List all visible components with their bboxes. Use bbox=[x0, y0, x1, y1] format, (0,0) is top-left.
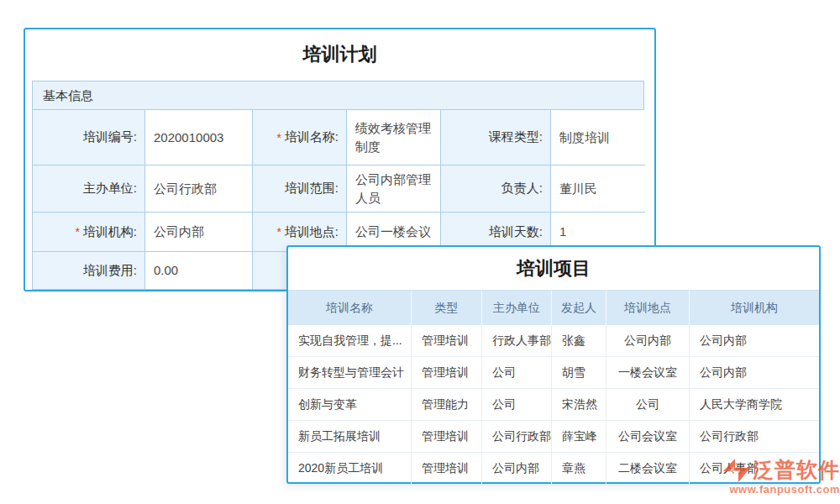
table-row: 实现自我管理，提... 管理培训 行政人事部 张鑫 公司内部 公司内部 bbox=[288, 325, 819, 357]
training-scope-value: 公司内部管理人员 bbox=[347, 165, 441, 213]
col-header-initiator: 发起人 bbox=[552, 291, 606, 325]
person-in-charge-label: 负责人: bbox=[441, 165, 551, 213]
type-cell: 管理培训 bbox=[412, 421, 482, 452]
host-unit-label: 主办单位: bbox=[33, 165, 145, 213]
place-cell: 公司会议室 bbox=[606, 421, 690, 452]
place-cell: 公司内部 bbox=[606, 325, 690, 356]
type-cell: 管理能力 bbox=[412, 389, 482, 420]
col-header-host-unit: 主办单位 bbox=[482, 291, 552, 325]
watermark-brand-row: 泛普软件 bbox=[718, 456, 840, 484]
training-name-link[interactable]: 2020新员工培训 bbox=[288, 453, 412, 484]
training-no-value: 2020010003 bbox=[145, 110, 253, 165]
place-cell: 二楼会议室 bbox=[606, 453, 690, 484]
col-header-place: 培训地点 bbox=[606, 291, 690, 325]
course-type-label: 课程类型: bbox=[441, 110, 551, 165]
table-header-row: 培训名称 类型 主办单位 发起人 培训地点 培训机构 bbox=[288, 290, 819, 325]
col-header-org: 培训机构 bbox=[690, 291, 819, 325]
training-fee-label: 培训费用: bbox=[33, 252, 145, 289]
training-name-label: *培训名称: bbox=[253, 110, 347, 165]
training-projects-panel: 培训项目 培训名称 类型 主办单位 发起人 培训地点 培训机构 实现自我管理，提… bbox=[286, 245, 821, 484]
course-type-value: 制度培训 bbox=[551, 110, 645, 165]
initiator-link[interactable]: 章燕 bbox=[552, 453, 606, 484]
training-org-label: *培训机构: bbox=[33, 213, 145, 252]
table-row: 财务转型与管理会计 管理培训 公司 胡雪 一楼会议室 公司内部 bbox=[288, 357, 819, 389]
watermark: 泛普软件 www.fanpusoft.com bbox=[718, 456, 840, 496]
org-cell: 公司内部 bbox=[690, 325, 819, 356]
host-unit-cell: 公司 bbox=[482, 357, 552, 388]
type-cell: 管理培训 bbox=[412, 325, 482, 356]
basic-info-section-header: 基本信息 bbox=[33, 81, 643, 110]
table-row: 新员工拓展培训 管理培训 公司行政部 薛宝峰 公司会议室 公司行政部 bbox=[288, 421, 819, 453]
col-header-type: 类型 bbox=[412, 291, 482, 325]
type-cell: 管理培训 bbox=[412, 453, 482, 484]
fanpu-logo-icon bbox=[722, 459, 751, 482]
training-name-value: 绩效考核管理制度 bbox=[347, 110, 441, 165]
required-asterisk: * bbox=[75, 225, 79, 239]
type-cell: 管理培训 bbox=[412, 357, 482, 388]
org-cell: 公司行政部 bbox=[690, 421, 819, 452]
training-name-link[interactable]: 新员工拓展培训 bbox=[288, 421, 412, 452]
host-unit-cell: 行政人事部 bbox=[482, 325, 552, 356]
initiator-link[interactable]: 宋浩然 bbox=[552, 389, 606, 420]
required-asterisk: * bbox=[276, 131, 281, 144]
projects-panel-title: 培训项目 bbox=[288, 247, 819, 290]
plan-panel-title: 培训计划 bbox=[25, 29, 654, 81]
watermark-brand-text: 泛普软件 bbox=[753, 456, 840, 484]
place-cell: 一楼会议室 bbox=[606, 357, 690, 388]
col-header-training-name: 培训名称 bbox=[288, 291, 412, 325]
host-unit-cell: 公司行政部 bbox=[482, 421, 552, 452]
watermark-url-text: www.fanpusoft.com bbox=[718, 483, 840, 496]
training-org-value: 公司内部 bbox=[145, 213, 253, 252]
host-unit-value: 公司行政部 bbox=[145, 165, 253, 213]
initiator-link[interactable]: 胡雪 bbox=[552, 357, 606, 388]
training-name-link[interactable]: 实现自我管理，提... bbox=[288, 325, 412, 356]
host-unit-cell: 公司 bbox=[482, 389, 552, 420]
place-cell: 公司 bbox=[606, 389, 690, 420]
initiator-link[interactable]: 薛宝峰 bbox=[552, 421, 606, 452]
training-no-label: 培训编号: bbox=[33, 110, 145, 165]
training-name-link[interactable]: 财务转型与管理会计 bbox=[288, 357, 412, 388]
person-in-charge-value: 董川民 bbox=[551, 165, 645, 213]
required-asterisk: * bbox=[276, 225, 281, 239]
training-fee-value: 0.00 bbox=[145, 252, 253, 289]
org-cell: 公司内部 bbox=[690, 357, 819, 388]
host-unit-cell: 公司内部 bbox=[482, 453, 552, 484]
training-name-link[interactable]: 创新与变革 bbox=[288, 389, 412, 420]
initiator-link[interactable]: 张鑫 bbox=[552, 325, 606, 356]
training-scope-label: 培训范围: bbox=[253, 165, 347, 213]
org-cell: 人民大学商学院 bbox=[690, 389, 819, 420]
form-row: 培训编号: 2020010003 *培训名称: 绩效考核管理制度 课程类型: 制… bbox=[33, 110, 643, 165]
table-row: 创新与变革 管理能力 公司 宋浩然 公司 人民大学商学院 bbox=[288, 389, 819, 421]
form-row: 主办单位: 公司行政部 培训范围: 公司内部管理人员 负责人: 董川民 bbox=[33, 165, 643, 213]
